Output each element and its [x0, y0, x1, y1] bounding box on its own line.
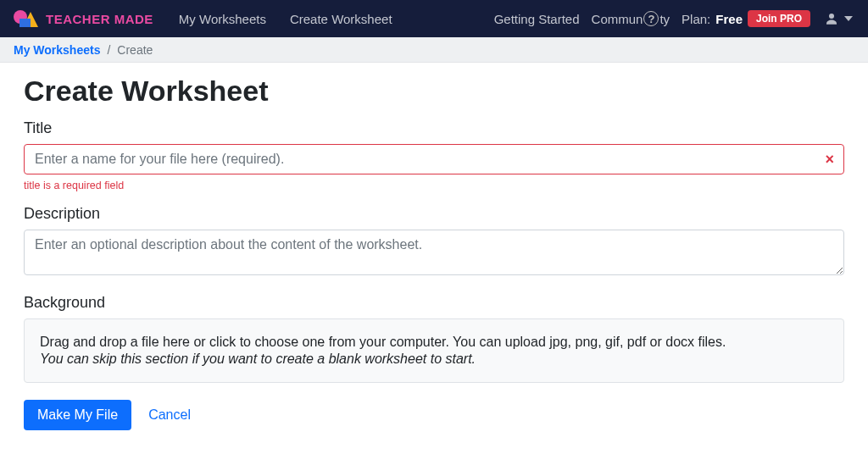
breadcrumb: My Worksheets / Create [0, 37, 868, 63]
plan-indicator: Plan: Free Join PRO [682, 10, 810, 27]
brand-logo[interactable]: TEACHER MADE [14, 8, 153, 29]
background-label: Background [24, 294, 844, 312]
nav-my-worksheets[interactable]: My Worksheets [170, 5, 275, 33]
question-circle-icon: ? [643, 11, 659, 26]
chevron-down-icon [844, 16, 853, 21]
nav-getting-started[interactable]: Getting Started [494, 12, 580, 26]
join-pro-button[interactable]: Join PRO [748, 10, 810, 27]
title-input[interactable] [24, 144, 844, 174]
user-menu[interactable] [822, 8, 854, 30]
svg-point-3 [829, 14, 834, 19]
top-navbar: TEACHER MADE My Worksheets Create Worksh… [0, 0, 868, 37]
dropzone-hint: You can skip this section if you want to… [40, 352, 828, 367]
clear-icon[interactable]: × [825, 151, 834, 169]
submit-button[interactable]: Make My File [24, 400, 131, 430]
breadcrumb-current: Create [117, 43, 153, 57]
page-content: Create Worksheet Title × title is a requ… [0, 63, 868, 451]
cancel-button[interactable]: Cancel [148, 407, 191, 423]
svg-marker-4 [844, 16, 853, 21]
nav-community[interactable]: Commun ? ty [592, 11, 670, 26]
breadcrumb-parent[interactable]: My Worksheets [14, 43, 100, 57]
title-label: Title [24, 119, 844, 137]
nav-create-worksheet[interactable]: Create Worksheet [281, 5, 401, 33]
user-icon [824, 11, 839, 26]
breadcrumb-separator: / [107, 43, 110, 57]
brand-icon [14, 8, 39, 29]
plan-value: Free [715, 12, 743, 26]
form-actions: Make My File Cancel [24, 400, 844, 430]
plan-label: Plan: [682, 12, 710, 26]
title-field-wrap: × [24, 144, 844, 174]
page-title: Create Worksheet [24, 75, 844, 108]
title-error-message: title is a required field [24, 180, 844, 191]
description-textarea[interactable] [24, 230, 844, 275]
community-suffix: ty [659, 12, 670, 26]
dropzone-text: Drag and drop a file here or click to ch… [40, 335, 726, 349]
background-dropzone[interactable]: Drag and drop a file here or click to ch… [24, 318, 844, 383]
description-label: Description [24, 205, 844, 223]
svg-rect-2 [19, 19, 31, 27]
brand-name: TEACHER MADE [46, 12, 153, 26]
nav-right: Getting Started Commun ? ty Plan: Free J… [494, 8, 854, 30]
community-prefix: Commun [592, 12, 643, 26]
